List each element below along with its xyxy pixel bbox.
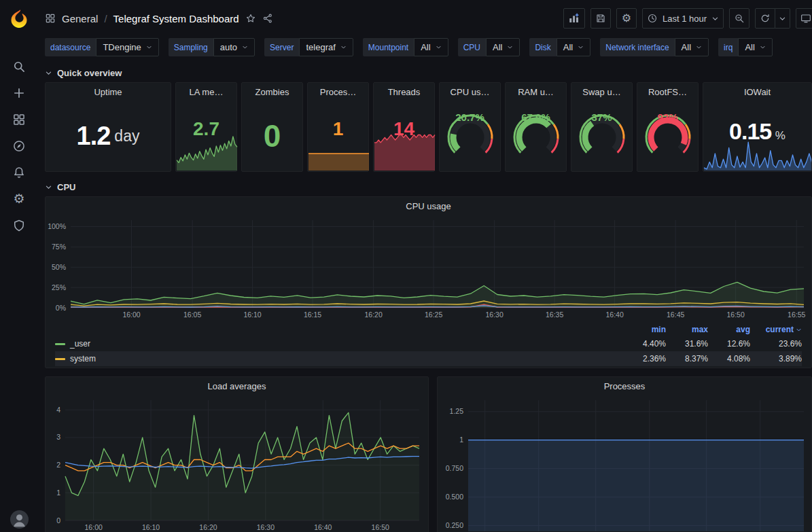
- svg-text:16:05: 16:05: [183, 311, 201, 319]
- variable-value-dropdown[interactable]: All: [675, 38, 709, 56]
- grafana-logo[interactable]: [9, 8, 29, 29]
- legend-row-system: system 2.36% 8.37% 4.08% 3.89%: [55, 351, 802, 366]
- panel-title[interactable]: LA me…: [176, 83, 236, 101]
- legend-sort-current[interactable]: current: [750, 325, 802, 334]
- legend-series-toggle[interactable]: system: [55, 354, 624, 363]
- row-header-cpu[interactable]: CPU: [45, 177, 812, 196]
- variable-value-dropdown[interactable]: All: [486, 38, 520, 56]
- processes-chart[interactable]: 1.2510.7500.5000.250: [440, 396, 809, 532]
- panel-title[interactable]: Processes: [438, 377, 811, 395]
- chevron-down-icon: [507, 44, 513, 50]
- chevron-down-icon: [242, 44, 248, 50]
- svg-text:16:50: 16:50: [727, 311, 745, 319]
- variable-value-dropdown[interactable]: All: [414, 38, 448, 56]
- svg-text:16:15: 16:15: [304, 311, 321, 319]
- refresh-button[interactable]: [755, 8, 775, 29]
- stat-value: 2.7: [176, 118, 236, 140]
- variable-value-dropdown[interactable]: All: [557, 38, 590, 56]
- zoom-out-time-button[interactable]: [729, 8, 749, 29]
- variable-server: Server telegraf: [264, 38, 353, 56]
- variable-value-dropdown[interactable]: All: [738, 38, 772, 56]
- legend-series-toggle[interactable]: _user: [55, 339, 624, 349]
- star-icon[interactable]: [245, 13, 256, 24]
- svg-text:16:20: 16:20: [364, 311, 382, 319]
- save-dashboard-button[interactable]: [590, 8, 611, 29]
- stat-value: 0: [242, 101, 302, 171]
- svg-text:0%: 0%: [56, 304, 66, 312]
- breadcrumb-separator: /: [104, 13, 107, 24]
- legend-header: min max avg current: [55, 323, 802, 336]
- panel-title[interactable]: Proces…: [308, 83, 368, 101]
- panel-title[interactable]: RAM u…: [506, 83, 566, 101]
- chevron-down-icon: [711, 15, 719, 22]
- variable-value-dropdown[interactable]: telegraf: [299, 38, 353, 56]
- variable-network-interface: Network interface All: [600, 38, 709, 56]
- legend-sort-min[interactable]: min: [624, 325, 666, 334]
- panel-title[interactable]: Zombies: [242, 83, 302, 101]
- refresh-group: [755, 8, 790, 29]
- panel-load-averages: Load averages 0123416:0016:1016:2016:301…: [45, 376, 429, 532]
- add-panel-icon: [568, 12, 580, 24]
- panel-uptime: Uptime 1.2 day: [45, 82, 171, 172]
- create-icon[interactable]: [12, 86, 26, 100]
- panel-title[interactable]: Load averages: [46, 377, 428, 395]
- quick-overview-row: Uptime 1.2 day LA me… 2.7 Zombies 0: [45, 82, 812, 172]
- svg-text:16:30: 16:30: [257, 523, 275, 531]
- legend-row-softirq: softirq 0.626% 4.11% 1.19% 1.24%: [55, 366, 802, 370]
- panel-title[interactable]: Uptime: [46, 83, 171, 101]
- cycle-view-button[interactable]: [796, 8, 812, 29]
- chevron-down-icon: [696, 44, 702, 50]
- dashboards-icon[interactable]: [12, 113, 26, 126]
- svg-text:0.250: 0.250: [446, 521, 463, 529]
- configuration-icon[interactable]: ⚙: [12, 192, 26, 206]
- refresh-interval-dropdown[interactable]: [775, 8, 790, 29]
- svg-text:0.750: 0.750: [446, 464, 463, 472]
- chevron-down-icon: [760, 44, 766, 50]
- time-range-picker[interactable]: Last 1 hour: [642, 8, 724, 29]
- gear-icon: ⚙: [621, 13, 632, 24]
- explore-icon[interactable]: [12, 139, 26, 153]
- add-panel-button[interactable]: [563, 8, 585, 29]
- panel-title[interactable]: Swap u…: [571, 83, 632, 101]
- svg-text:1.25: 1.25: [450, 407, 464, 415]
- stat-value: 14: [374, 118, 434, 140]
- cpu-usage-chart[interactable]: 0%25%50%75%100%16:0016:0516:1016:1516:20…: [46, 216, 811, 321]
- user-avatar[interactable]: [10, 510, 29, 529]
- page-title[interactable]: Telegraf System Dashboard: [113, 13, 239, 24]
- panel-title[interactable]: IOWait: [703, 83, 811, 101]
- panel-title[interactable]: CPU usage: [46, 197, 811, 215]
- alerting-icon[interactable]: [12, 166, 26, 179]
- legend-series-toggle[interactable]: softirq: [55, 369, 624, 370]
- panel-ram-used-gauge: RAM u… 67.9%: [505, 82, 567, 172]
- search-icon[interactable]: [12, 60, 26, 73]
- variable-value-dropdown[interactable]: auto: [213, 38, 255, 56]
- dashboard-settings-button[interactable]: ⚙: [616, 8, 637, 29]
- variable-value: auto: [220, 42, 237, 52]
- server-admin-icon[interactable]: [12, 219, 26, 232]
- chevron-down-icon: [340, 44, 347, 50]
- panel-title[interactable]: RootFS…: [637, 83, 698, 101]
- variable-value-dropdown[interactable]: TDengine: [96, 38, 158, 56]
- legend-sort-max[interactable]: max: [666, 325, 708, 334]
- svg-text:3: 3: [56, 433, 60, 441]
- series-swatch: [55, 343, 65, 345]
- clock-icon: [647, 13, 658, 24]
- time-range-label: Last 1 hour: [663, 14, 707, 24]
- svg-text:16:45: 16:45: [667, 311, 684, 319]
- row-header-quick-overview[interactable]: Quick overview: [45, 63, 812, 82]
- panel-title[interactable]: Threads: [374, 83, 434, 101]
- panel-cpu-used-gauge: CPU us… 20.7%: [439, 82, 501, 172]
- refresh-icon: [760, 13, 771, 24]
- svg-text:16:35: 16:35: [546, 311, 563, 319]
- panel-title[interactable]: CPU us…: [440, 83, 500, 101]
- toolbar-actions: ⚙ Last 1 hour: [563, 8, 805, 29]
- share-icon[interactable]: [262, 13, 273, 24]
- topbar: General / Telegraf System Dashboard ⚙ La…: [38, 0, 812, 37]
- legend-sort-avg[interactable]: avg: [708, 325, 750, 334]
- load-averages-chart[interactable]: 0123416:0016:1016:2016:3016:4016:50: [48, 396, 426, 532]
- variable-label: datasource: [45, 38, 96, 56]
- svg-text:50%: 50%: [52, 263, 66, 271]
- breadcrumb-section[interactable]: General: [62, 13, 98, 24]
- sidebar: ⚙: [0, 0, 38, 532]
- variable-label: Network interface: [600, 38, 674, 56]
